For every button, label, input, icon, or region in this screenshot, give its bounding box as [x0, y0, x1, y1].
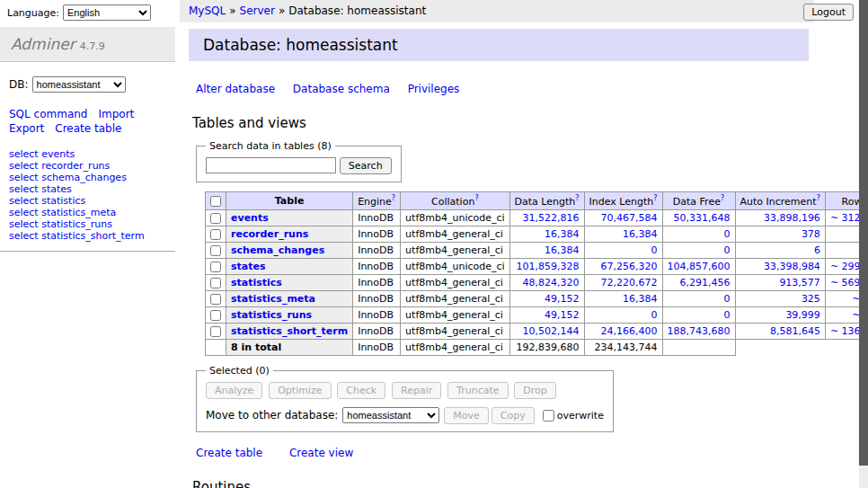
data-length-link[interactable]: 31,522,816	[523, 212, 580, 224]
sidebar-item-select-recorder-runs[interactable]: select recorder_runs	[9, 160, 175, 172]
sidebar-item-export[interactable]: Export	[9, 122, 44, 135]
logout-button[interactable]: Logout	[803, 4, 854, 21]
repair-button[interactable]: Repair	[392, 382, 441, 399]
sidebar-item-import[interactable]: Import	[98, 108, 134, 120]
data-free-link[interactable]: 188,743,680	[668, 325, 731, 337]
overwrite-checkbox[interactable]	[543, 410, 554, 421]
row-checkbox[interactable]	[210, 310, 221, 321]
sidebar-item-sql-command[interactable]: SQL command	[9, 108, 87, 120]
table-link[interactable]: schema_changes	[231, 244, 324, 256]
optimize-button[interactable]: Optimize	[269, 382, 331, 399]
data-free-link[interactable]: 50,331,648	[674, 212, 731, 224]
data-length-link[interactable]: 16,384	[545, 244, 580, 256]
table-link[interactable]: statistics	[231, 277, 282, 288]
row-checkbox[interactable]	[210, 245, 221, 256]
sidebar-item-select-schema-changes[interactable]: select schema_changes	[9, 172, 175, 183]
data-free-link[interactable]: 0	[724, 228, 731, 240]
move-button[interactable]: Move	[444, 407, 489, 424]
auto-increment-link[interactable]: 39,999	[785, 309, 820, 321]
select-all-checkbox[interactable]	[210, 196, 221, 207]
search-input[interactable]	[206, 157, 336, 173]
row-checkbox[interactable]	[210, 326, 221, 337]
copy-button[interactable]: Copy	[492, 407, 535, 424]
index-length-link[interactable]: 16,384	[623, 228, 658, 240]
scrollbar-thumb[interactable]	[859, 0, 868, 466]
database-schema-link[interactable]: Database schema	[293, 83, 390, 95]
help-icon[interactable]: ?	[474, 194, 478, 202]
data-length-link[interactable]: 101,859,328	[517, 261, 580, 272]
index-length-link[interactable]: 0	[651, 244, 658, 256]
table-link[interactable]: states	[231, 261, 266, 272]
index-length-link[interactable]: 24,166,400	[601, 325, 658, 337]
truncate-button[interactable]: Truncate	[447, 382, 508, 399]
help-icon[interactable]: ?	[721, 194, 724, 202]
index-length-link[interactable]: 72,220,672	[601, 277, 658, 288]
data-length-link[interactable]: 10,502,144	[523, 325, 580, 337]
move-database-select[interactable]: homeassistant	[342, 407, 439, 423]
data-length-link[interactable]: 16,384	[545, 228, 580, 240]
data-free-link[interactable]: 0	[724, 244, 731, 256]
create-view-link[interactable]: Create view	[289, 447, 353, 459]
row-checkbox[interactable]	[210, 278, 221, 288]
table-link[interactable]: statistics_runs	[231, 309, 312, 321]
column-header-collation: Collation?	[401, 192, 509, 210]
data-free-link[interactable]: 0	[724, 309, 731, 321]
index-length-link[interactable]: 16,384	[623, 293, 658, 305]
help-icon[interactable]: ?	[817, 194, 820, 202]
sidebar-item-select-statistics-short-term[interactable]: select statistics_short_term	[9, 230, 175, 242]
data-free-link[interactable]: 0	[724, 293, 731, 305]
row-checkbox[interactable]	[210, 229, 221, 240]
auto-increment-link[interactable]: 378	[802, 228, 820, 240]
auto-increment-link[interactable]: 6	[814, 244, 820, 256]
engine-cell: InnoDB	[353, 274, 401, 290]
data-length-link[interactable]: 49,152	[545, 293, 580, 305]
table-link[interactable]: statistics_short_term	[231, 325, 348, 337]
sidebar-item-select-statistics[interactable]: select statistics	[9, 195, 175, 207]
table-link[interactable]: events	[231, 212, 269, 224]
auto-increment-link[interactable]: 913,577	[779, 277, 820, 288]
data-free-link[interactable]: 6,291,456	[680, 277, 731, 288]
row-checkbox[interactable]	[210, 294, 221, 305]
check-button[interactable]: Check	[337, 382, 385, 399]
drop-button[interactable]: Drop	[514, 382, 555, 399]
db-select[interactable]: homeassistant	[32, 76, 126, 93]
index-length-link[interactable]: 0	[651, 309, 658, 321]
create-table-link[interactable]: Create table	[196, 447, 262, 459]
table-link[interactable]: recorder_runs	[231, 228, 308, 240]
selected-operations: Analyze Optimize Check Repair Truncate D…	[206, 382, 604, 399]
breadcrumb-mysql-link[interactable]: MySQL	[189, 4, 226, 17]
adminer-logo[interactable]: Adminer	[11, 35, 75, 53]
analyze-button[interactable]: Analyze	[206, 382, 262, 399]
vertical-scrollbar[interactable]	[859, 0, 868, 488]
table-row: states InnoDB utf8mb4_unicode_ci 101,859…	[206, 258, 868, 274]
data-length-link[interactable]: 49,152	[545, 309, 580, 321]
breadcrumb-server-link[interactable]: Server	[240, 4, 275, 17]
auto-increment-link[interactable]: 325	[802, 293, 820, 305]
overwrite-label[interactable]: overwrite	[557, 410, 604, 421]
language-select[interactable]: English	[63, 4, 151, 21]
search-legend: Search data in tables (8)	[206, 140, 335, 152]
help-icon[interactable]: ?	[653, 194, 657, 202]
sidebar-item-select-statistics-runs[interactable]: select statistics_runs	[9, 218, 175, 230]
sidebar-item-create-table[interactable]: Create table	[55, 122, 121, 135]
table-link[interactable]: statistics_meta	[231, 293, 315, 305]
index-length-link[interactable]: 70,467,584	[601, 212, 658, 224]
auto-increment-link[interactable]: 33,898,196	[764, 212, 820, 224]
search-button[interactable]: Search	[340, 157, 392, 174]
privileges-link[interactable]: Privileges	[408, 83, 460, 95]
data-free-link[interactable]: 104,857,600	[668, 261, 731, 272]
adminer-screen: Language:English MySQL»Server»Database: …	[0, 0, 868, 488]
auto-increment-link[interactable]: 33,398,984	[764, 261, 820, 272]
help-icon[interactable]: ?	[392, 194, 395, 202]
data-length-link[interactable]: 48,824,320	[523, 277, 580, 288]
sidebar-item-select-statistics-meta[interactable]: select statistics_meta	[9, 207, 175, 218]
total-label: 8 in total	[226, 339, 353, 355]
sidebar-item-select-events[interactable]: select events	[9, 148, 175, 160]
help-icon[interactable]: ?	[575, 194, 579, 202]
auto-increment-link[interactable]: 8,581,645	[770, 325, 820, 337]
sidebar-item-select-states[interactable]: select states	[9, 183, 175, 195]
row-checkbox[interactable]	[210, 262, 221, 272]
row-checkbox[interactable]	[210, 213, 221, 224]
alter-database-link[interactable]: Alter database	[196, 83, 275, 95]
index-length-link[interactable]: 67,256,320	[601, 261, 658, 272]
